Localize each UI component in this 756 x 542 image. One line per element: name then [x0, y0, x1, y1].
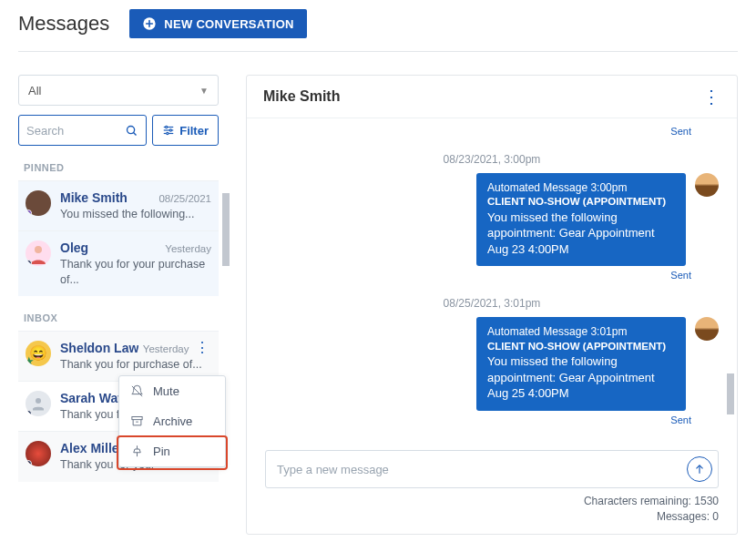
compose-counters: Characters remaining: 1530 Messages: 0 — [265, 494, 719, 525]
new-conversation-button[interactable]: NEW CONVERSATION — [129, 9, 307, 38]
conversation-kebab-icon[interactable]: ⋮ — [193, 341, 211, 355]
archive-icon — [130, 414, 144, 428]
conversation-date: 08/25/2021 — [158, 193, 211, 204]
menu-label: Pin — [153, 445, 170, 458]
status-dot — [26, 210, 32, 216]
search-input[interactable] — [26, 124, 121, 138]
message-status: Sent — [265, 126, 719, 137]
compose-box[interactable] — [265, 450, 719, 488]
star-icon: ★ — [26, 354, 35, 366]
arrow-up-icon — [693, 463, 706, 476]
message-timestamp: 08/23/2021, 3:00pm — [265, 153, 719, 166]
pin-icon — [130, 445, 144, 458]
message-bubble: Automated Message 3:00pm CLIENT NO-SHOW … — [476, 173, 686, 266]
plus-circle-icon — [142, 16, 157, 31]
menu-item-archive[interactable]: Archive — [119, 406, 225, 436]
message-tag: CLIENT NO-SHOW (APPOINTMENT) — [487, 340, 675, 354]
page-title: Messages — [18, 12, 109, 36]
sidebar: All ▼ Filter PINNED Mike Smith08/25 — [18, 75, 219, 535]
status-dot — [26, 260, 32, 266]
message-body: You missed the following appointment: Ge… — [487, 353, 675, 402]
conversation-name: Oleg — [60, 240, 88, 255]
message-tag: CLIENT NO-SHOW (APPOINTMENT) — [487, 195, 675, 210]
conversation-date: Yesterday — [143, 343, 189, 354]
chat-panel: Mike Smith ⋮ Sent 08/23/2021, 3:00pm Aut… — [246, 75, 738, 535]
conversation-name: Sheldon Law — [60, 341, 138, 355]
message-header: Automated Message 3:01pm — [487, 324, 675, 339]
search-icon[interactable] — [125, 124, 138, 138]
svg-point-6 — [166, 126, 168, 128]
message-status: Sent — [265, 414, 719, 425]
chat-body: Sent 08/23/2021, 3:00pm Automated Messag… — [247, 118, 737, 443]
status-dot — [26, 460, 32, 466]
svg-point-7 — [169, 129, 171, 131]
section-label-inbox: INBOX — [18, 296, 219, 331]
message-body: You missed the following appointment: Ge… — [487, 210, 675, 258]
send-button[interactable] — [687, 456, 712, 482]
avatar — [26, 391, 51, 416]
svg-rect-12 — [132, 417, 142, 420]
new-conversation-label: NEW CONVERSATION — [164, 17, 294, 31]
menu-item-mute[interactable]: Mute — [119, 376, 225, 406]
svg-point-9 — [35, 246, 42, 253]
filter-select-value: All — [28, 84, 41, 97]
menu-label: Archive — [153, 414, 192, 428]
conversation-preview: Thank you for purchase of... — [60, 357, 211, 372]
avatar — [26, 441, 51, 466]
avatar: 😄★ — [26, 341, 51, 366]
filter-select[interactable]: All ▼ — [18, 75, 219, 106]
sliders-icon — [162, 124, 175, 137]
menu-label: Mute — [153, 384, 179, 398]
conversation-item[interactable]: 😄★ Sheldon LawYesterday⋮ Thank you for p… — [18, 331, 219, 381]
chat-contact-name: Mike Smith — [263, 88, 340, 105]
caret-down-icon: ▼ — [199, 86, 209, 96]
avatar — [26, 190, 51, 216]
svg-line-2 — [134, 132, 137, 135]
compose-input[interactable] — [277, 463, 679, 476]
conversation-preview: You missed the following... — [60, 207, 211, 221]
svg-point-10 — [36, 398, 41, 404]
search-input-wrap[interactable] — [18, 115, 147, 146]
chat-kebab-icon[interactable]: ⋮ — [702, 91, 720, 102]
menu-item-pin[interactable]: Pin — [119, 436, 225, 466]
svg-point-1 — [128, 126, 135, 133]
filter-button-label: Filter — [179, 124, 209, 138]
message-bubble: Automated Message 3:01pm CLIENT NO-SHOW … — [476, 317, 686, 410]
svg-point-8 — [167, 132, 169, 134]
bell-off-icon — [130, 384, 144, 398]
context-menu: Mute Archive Pin — [118, 375, 226, 467]
status-dot — [26, 410, 32, 416]
message-header: Automated Message 3:00pm — [487, 180, 675, 195]
conversation-name: Mike Smith — [60, 190, 128, 205]
conversation-date: Yesterday — [165, 243, 211, 254]
sender-avatar — [695, 173, 719, 197]
sender-avatar — [695, 317, 719, 341]
filter-button[interactable]: Filter — [152, 115, 219, 146]
avatar — [26, 240, 51, 266]
conversation-name: Alex Miller — [60, 441, 124, 455]
conversation-preview: Thank you for your purchase of... — [60, 257, 211, 287]
section-label-pinned: PINNED — [18, 146, 219, 180]
conversation-item[interactable]: OlegYesterday Thank you for your purchas… — [18, 230, 219, 296]
message-timestamp: 08/25/2021, 3:01pm — [265, 297, 719, 310]
message-status: Sent — [265, 270, 719, 281]
conversation-item[interactable]: Mike Smith08/25/2021 You missed the foll… — [18, 180, 219, 230]
chat-scrollbar[interactable] — [727, 118, 734, 443]
